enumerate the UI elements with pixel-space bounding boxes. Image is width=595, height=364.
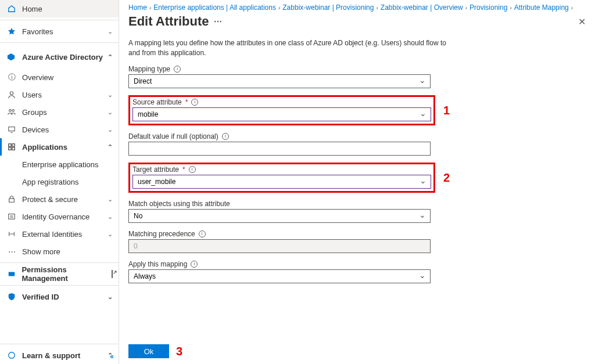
field-apply-mapping: Apply this mapping i Always (128, 260, 454, 283)
nav-favorites[interactable]: Favorites ⌄ (0, 23, 119, 40)
more-icon: ⋯ (7, 247, 16, 256)
chevron-down-icon: ⌄ (107, 126, 113, 134)
chevron-down-icon: ⌄ (107, 293, 113, 301)
svg-point-0 (10, 92, 13, 95)
mapping-type-label: Mapping type i (128, 65, 454, 73)
breadcrumb-item[interactable]: Provisioning (469, 3, 507, 12)
chevron-down-icon: ⌄ (107, 213, 113, 221)
breadcrumb-item[interactable]: Attribute Mapping (514, 3, 569, 12)
annotation-target-box: Target attribute* i user_mobile 2 (128, 163, 435, 193)
annotation-number-1: 1 (443, 103, 450, 117)
info-icon[interactable]: i (174, 66, 181, 73)
separator (0, 42, 119, 43)
page-title-text: Edit Attribute (128, 14, 209, 29)
nav-label: Applications (22, 143, 67, 152)
nav-learn[interactable]: Learn & support ⌃ (0, 347, 119, 364)
group-icon (7, 107, 16, 117)
permissions-icon (7, 269, 16, 279)
nav-protect[interactable]: Protect & secure ⌄ (0, 190, 119, 208)
field-match-objects: Match objects using this attribute No (128, 200, 454, 223)
breadcrumb-item[interactable]: Home (128, 3, 147, 12)
breadcrumb: Home› Enterprise applications | All appl… (128, 0, 586, 14)
match-objects-label: Match objects using this attribute (128, 200, 454, 208)
apps-icon (7, 142, 16, 152)
annotation-number-3: 3 (176, 345, 182, 358)
field-source-attribute: Source attribute* i mobile (132, 98, 431, 121)
apply-mapping-select[interactable]: Always (128, 269, 431, 283)
target-attribute-label: Target attribute* i (132, 165, 431, 174)
nav-label: Users (22, 91, 42, 99)
separator (0, 262, 119, 263)
governance-icon (7, 212, 16, 221)
match-objects-select[interactable]: No (128, 209, 431, 223)
collapse-sidebar-icon[interactable]: « (110, 352, 114, 361)
chevron-down-icon: ⌄ (107, 230, 113, 238)
aad-icon (7, 53, 16, 61)
annotation-number-2: 2 (443, 171, 450, 184)
breadcrumb-item[interactable]: Zabbix-webinar | Provisioning (282, 3, 374, 12)
nav-applications[interactable]: Applications ⌃ (0, 138, 119, 156)
source-attribute-select[interactable]: mobile (132, 107, 431, 121)
nav-groups[interactable]: Groups ⌄ (0, 103, 119, 121)
separator (0, 344, 119, 344)
info-icon: ⓘ (7, 73, 16, 82)
nav-permissions[interactable]: Permissions Management (0, 265, 119, 283)
page-description: A mapping lets you define how the attrib… (128, 38, 454, 58)
nav-home-label: Home (22, 5, 42, 13)
sidebar: Home Favorites ⌄ Azure Active Directory … (0, 0, 119, 364)
nav-enterprise-apps[interactable]: Enterprise applications (0, 156, 119, 173)
nav-show-more[interactable]: ⋯ Show more (0, 243, 119, 260)
nav-label: External Identities (22, 230, 82, 239)
nav-users[interactable]: Users ⌄ (0, 86, 119, 103)
svg-rect-7 (12, 147, 15, 150)
nav-label: Learn & support (22, 351, 80, 360)
annotation-source-box: Source attribute* i mobile 1 (128, 95, 435, 125)
default-value-label: Default value if null (optional) i (128, 132, 454, 140)
info-icon[interactable]: i (191, 99, 198, 106)
external-link-icon (112, 271, 113, 277)
nav-label: App registrations (22, 178, 79, 186)
nav-app-registrations[interactable]: App registrations (0, 173, 119, 190)
footer: Ok 3 (128, 338, 586, 364)
nav-label: Identity Governance (22, 212, 89, 221)
chevron-down-icon: ⌄ (107, 196, 113, 203)
close-icon[interactable]: ✕ (578, 16, 586, 27)
nav-aad-section[interactable]: Azure Active Directory ⌃ (0, 45, 119, 69)
svg-rect-8 (9, 199, 15, 202)
field-default-value: Default value if null (optional) i (128, 132, 454, 156)
chevron-up-icon: ⌃ (107, 53, 113, 61)
nav-governance[interactable]: Identity Governance ⌄ (0, 208, 119, 225)
separator (0, 20, 119, 20)
mapping-type-select[interactable]: Direct (128, 74, 431, 88)
svg-rect-5 (12, 144, 15, 146)
nav-external[interactable]: External Identities ⌄ (0, 225, 119, 243)
chevron-down-icon: ⌄ (107, 91, 113, 99)
lock-icon (7, 194, 16, 204)
nav-verified[interactable]: Verified ID ⌄ (0, 288, 119, 305)
info-icon[interactable]: i (222, 133, 229, 140)
nav-label: Verified ID (22, 293, 59, 301)
nav-overview[interactable]: ⓘ Overview (0, 69, 119, 86)
nav-label: Devices (22, 125, 49, 134)
nav-home[interactable]: Home (0, 0, 119, 17)
page-title: Edit Attribute ⋯ (128, 14, 586, 29)
default-value-input[interactable] (128, 142, 431, 156)
info-icon[interactable]: i (199, 230, 206, 237)
field-mapping-type: Mapping type i Direct (128, 65, 454, 88)
more-icon[interactable]: ⋯ (214, 17, 223, 26)
ok-button[interactable]: Ok (128, 344, 169, 358)
breadcrumb-item[interactable]: Zabbix-webinar | Overview (381, 3, 463, 12)
verified-icon (7, 292, 16, 301)
info-icon[interactable]: i (191, 261, 198, 268)
info-icon[interactable]: i (189, 166, 196, 173)
nav-devices[interactable]: Devices ⌄ (0, 121, 119, 138)
nav-aad-label: Azure Active Directory (22, 53, 103, 62)
target-attribute-select[interactable]: user_mobile (132, 175, 431, 189)
source-attribute-label: Source attribute* i (132, 98, 431, 106)
svg-point-1 (9, 110, 12, 112)
help-icon (7, 351, 16, 360)
chevron-down-icon: ⌄ (107, 28, 113, 35)
svg-rect-4 (9, 144, 11, 146)
breadcrumb-item[interactable]: Enterprise applications | All applicatio… (153, 3, 276, 12)
nav-label: Show more (22, 247, 60, 256)
